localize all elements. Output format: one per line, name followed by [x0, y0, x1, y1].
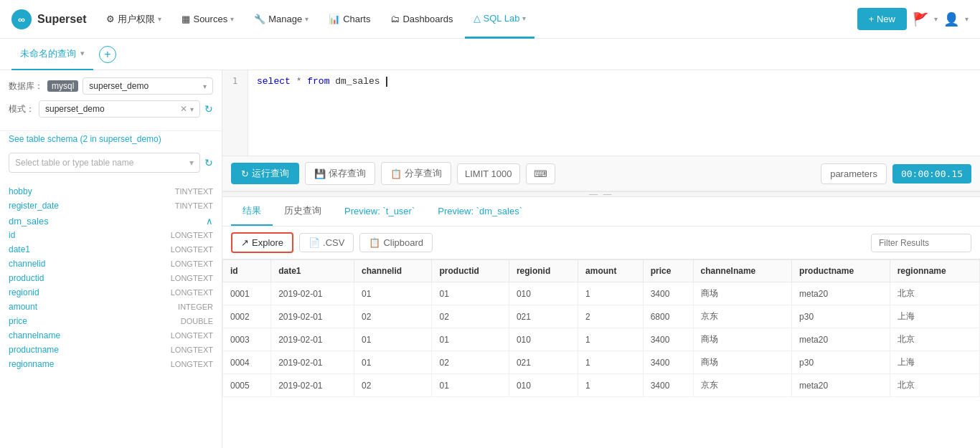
table-cell: 北京 — [890, 282, 979, 305]
table-select[interactable]: Select table or type table name ▾ — [9, 153, 200, 173]
table-cell: 2019-02-01 — [271, 282, 354, 305]
table-cell: p30 — [792, 351, 890, 374]
table-cell: meta20 — [792, 282, 890, 305]
parameters-button[interactable]: parameters — [821, 163, 887, 184]
user-caret[interactable]: ▾ — [965, 15, 969, 23]
add-tab-button[interactable]: + — [99, 46, 116, 63]
col-id: id — [223, 260, 271, 282]
drag-handle[interactable]: — — — [222, 191, 980, 197]
field-type-regionname: LONGTEXT — [171, 360, 213, 368]
table-placeholder: Select table or type table name — [15, 158, 133, 168]
explore-button[interactable]: ↗ Explore — [231, 232, 293, 253]
field-name-amount[interactable]: amount — [9, 302, 37, 312]
tab-results-label: 结果 — [242, 205, 261, 216]
chevron-down-icon: ▾ — [190, 105, 194, 113]
share-query-button[interactable]: 📋 分享查询 — [381, 162, 451, 185]
table-row: 00042019-02-01010202113400商场p30上海 — [223, 351, 980, 374]
col-productid: productid — [432, 260, 509, 282]
field-type-channelid: LONGTEXT — [171, 259, 213, 268]
editor-content[interactable]: select * from dm_sales — [248, 70, 980, 142]
save-query-button[interactable]: 💾 保存查询 — [305, 162, 375, 185]
table-cell: 0002 — [223, 305, 271, 328]
csv-icon: 📄 — [308, 237, 320, 248]
new-button[interactable]: + New — [857, 8, 907, 30]
table-refresh-icon[interactable]: ↻ — [204, 157, 213, 168]
refresh-icon[interactable]: ↻ — [204, 103, 213, 115]
nav-item-dashboards[interactable]: 🗂 Dashboards — [382, 0, 461, 39]
table-cell: meta20 — [792, 374, 890, 397]
table-cell: 010 — [509, 328, 578, 351]
field-type-register-date: TINYTEXT — [175, 201, 213, 210]
table-cell: 021 — [509, 305, 578, 328]
nav-item-sql-lab[interactable]: △ SQL Lab ▾ — [465, 0, 535, 39]
table-cell: 021 — [509, 351, 578, 374]
field-name-regionname[interactable]: regionname — [9, 359, 54, 369]
tab-history-label: 历史查询 — [284, 205, 321, 216]
dm-sales-section-header[interactable]: dm_sales ∧ — [0, 213, 222, 228]
nav-label-charts: Charts — [343, 14, 370, 24]
field-name-price[interactable]: price — [9, 316, 27, 326]
tab-preview-t-user[interactable]: Preview: `t_user` — [333, 199, 426, 225]
col-channelname: channelname — [693, 260, 792, 282]
chevron-down-icon: ▾ — [305, 15, 308, 23]
field-name-date1[interactable]: date1 — [9, 244, 30, 254]
clipboard-button[interactable]: 📋 Clipboard — [359, 233, 433, 252]
user-icon[interactable]: 👤 — [941, 11, 962, 27]
col-productname: productname — [792, 260, 890, 282]
nav-item-manage[interactable]: 🔧 Manage ▾ — [245, 0, 317, 39]
tab-unnamed-query[interactable]: 未命名的查询 ▾ — [11, 39, 93, 70]
schema-select[interactable]: superset_demo ✕ ▾ — [39, 100, 200, 118]
keyboard-shortcuts-button[interactable]: ⌨ — [526, 163, 555, 184]
field-type-hobby: TINYTEXT — [175, 187, 213, 196]
query-timer: 00:00:00.15 — [892, 164, 971, 184]
limit-selector[interactable]: LIMIT 1000 — [457, 163, 520, 184]
db-select[interactable]: superset_demo ▾ — [83, 77, 213, 95]
table-row: 00032019-02-01010101013400商场meta20北京 — [223, 328, 980, 351]
nav-item-user-perms[interactable]: ⚙ 用户权限 ▾ — [98, 0, 170, 39]
field-name-regionid[interactable]: regionid — [9, 287, 39, 297]
table-cell: 商场 — [693, 282, 792, 305]
table-cell: 1 — [578, 374, 644, 397]
clipboard-label: Clipboard — [383, 237, 423, 248]
nav-label-sources: Sources — [193, 14, 227, 24]
flag-caret[interactable]: ▾ — [934, 15, 938, 23]
field-item-date1: date1 LONGTEXT — [0, 242, 222, 257]
chevron-down-icon: ▾ — [158, 15, 161, 23]
field-name-productid[interactable]: productid — [9, 273, 44, 283]
clear-icon[interactable]: ✕ — [180, 104, 187, 114]
table-cell: 京东 — [693, 374, 792, 397]
tab-results[interactable]: 结果 — [231, 197, 273, 226]
tab-preview-dm-sales[interactable]: Preview: `dm_sales` — [426, 199, 534, 225]
run-query-button[interactable]: ↻ 运行查询 — [231, 163, 299, 184]
results-toolbar: ↗ Explore 📄 .CSV 📋 Clipboard — [222, 227, 980, 259]
nav-item-charts[interactable]: 📊 Charts — [320, 0, 379, 39]
schema-name: superset_demo — [45, 104, 105, 114]
csv-button[interactable]: 📄 .CSV — [299, 233, 354, 252]
schema-link[interactable]: See table schema (2 in superset_demo) — [0, 131, 222, 147]
close-icon[interactable]: ▾ — [80, 49, 85, 58]
nav-item-sources[interactable]: ▦ Sources ▾ — [173, 0, 242, 39]
share-label: 分享查询 — [405, 167, 442, 180]
col-regionid: regionid — [509, 260, 578, 282]
field-type-id: LONGTEXT — [171, 231, 213, 239]
field-name-productname[interactable]: productname — [9, 345, 59, 355]
csv-label: .CSV — [323, 237, 344, 248]
field-name-register-date[interactable]: register_date — [9, 201, 59, 211]
col-channelid: channelid — [354, 260, 432, 282]
field-name-channelname[interactable]: channelname — [9, 330, 60, 340]
table-cell: 01 — [432, 282, 509, 305]
field-name-channelid[interactable]: channelid — [9, 259, 45, 269]
filter-results-input[interactable] — [871, 234, 971, 252]
flag-icon[interactable]: 🚩 — [910, 11, 931, 27]
table-cell: 3400 — [643, 282, 693, 305]
share-icon: 📋 — [390, 168, 402, 179]
field-name-hobby[interactable]: hobby — [9, 186, 32, 196]
field-name-id[interactable]: id — [9, 230, 15, 240]
brand: ∞ Superset — [11, 9, 86, 29]
table-cell: 1 — [578, 328, 644, 351]
table-cell: 01 — [354, 351, 432, 374]
sql-editor[interactable]: 1 select * from dm_sales — [222, 70, 980, 156]
field-item-regionname: regionname LONGTEXT — [0, 357, 222, 371]
tab-history[interactable]: 历史查询 — [273, 197, 333, 226]
col-amount: amount — [578, 260, 644, 282]
